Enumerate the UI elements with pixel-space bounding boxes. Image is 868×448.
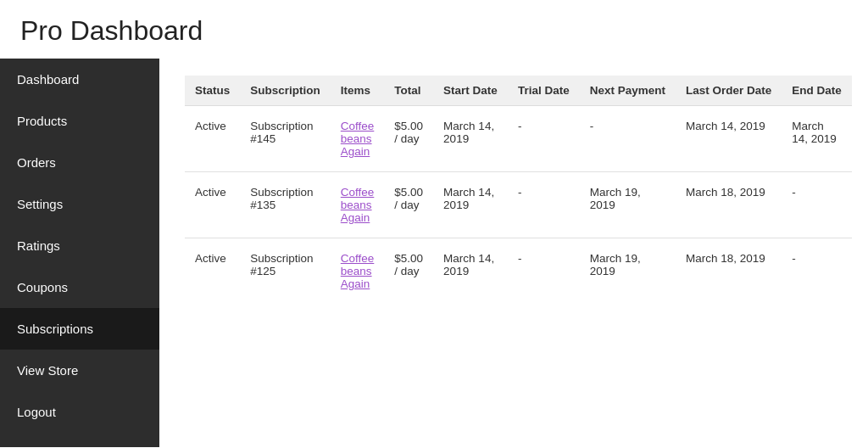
- cell-last_order_date: March 14, 2019: [676, 106, 782, 172]
- cell-trial_date: -: [508, 238, 580, 305]
- col-header-subscription: Subscription: [240, 76, 331, 106]
- main-content: StatusSubscriptionItemsTotalStart DateTr…: [159, 59, 868, 447]
- col-header-start_date: Start Date: [433, 76, 508, 106]
- cell-start_date: March 14, 2019: [433, 238, 508, 305]
- cell-end_date: -: [782, 172, 852, 238]
- sidebar: DashboardProductsOrdersSettingsRatingsCo…: [0, 59, 159, 447]
- col-header-end_date: End Date: [782, 76, 852, 106]
- table-row: ActiveSubscription #125Coffee beans Agai…: [185, 238, 852, 305]
- sidebar-item-settings[interactable]: Settings: [0, 183, 159, 225]
- cell-next_payment: -: [580, 106, 676, 172]
- cell-total: $5.00 / day: [384, 106, 433, 172]
- col-header-next_payment: Next Payment: [580, 76, 676, 106]
- cell-trial_date: -: [508, 106, 580, 172]
- sidebar-item-products[interactable]: Products: [0, 100, 159, 142]
- sidebar-item-subscriptions[interactable]: Subscriptions: [0, 308, 159, 350]
- layout: DashboardProductsOrdersSettingsRatingsCo…: [0, 59, 868, 447]
- cell-end_date: -: [782, 238, 852, 305]
- sidebar-item-ratings[interactable]: Ratings: [0, 225, 159, 266]
- page-title: Pro Dashboard: [0, 0, 868, 59]
- col-header-total: Total: [384, 76, 433, 106]
- header-row: StatusSubscriptionItemsTotalStart DateTr…: [185, 76, 852, 106]
- col-header-last_order_date: Last Order Date: [676, 76, 782, 106]
- cell-total: $5.00 / day: [384, 172, 433, 238]
- table-row: ActiveSubscription #135Coffee beans Agai…: [185, 172, 852, 238]
- cell-start_date: March 14, 2019: [433, 106, 508, 172]
- col-header-trial_date: Trial Date: [508, 76, 580, 106]
- cell-total: $5.00 / day: [384, 238, 433, 305]
- cell-subscription: Subscription #125: [240, 238, 331, 305]
- cell-subscription: Subscription #135: [240, 172, 331, 238]
- sidebar-item-dashboard[interactable]: Dashboard: [0, 59, 159, 100]
- cell-next_payment: March 19, 2019: [580, 238, 676, 305]
- cell-status: Active: [185, 238, 240, 305]
- cell-start_date: March 14, 2019: [433, 172, 508, 238]
- sidebar-item-logout[interactable]: Logout: [0, 391, 159, 433]
- col-header-status: Status: [185, 76, 240, 106]
- table-body: ActiveSubscription #145Coffee beans Agai…: [185, 106, 852, 305]
- cell-items: Coffee beans Again: [331, 172, 385, 238]
- item-link[interactable]: Coffee beans Again: [341, 252, 375, 290]
- sidebar-item-orders[interactable]: Orders: [0, 142, 159, 183]
- item-link[interactable]: Coffee beans Again: [341, 186, 375, 224]
- cell-trial_date: -: [508, 172, 580, 238]
- cell-items: Coffee beans Again: [331, 238, 385, 305]
- col-header-items: Items: [331, 76, 385, 106]
- cell-end_date: March 14, 2019: [782, 106, 852, 172]
- subscriptions-table: StatusSubscriptionItemsTotalStart DateTr…: [185, 76, 852, 304]
- item-link[interactable]: Coffee beans Again: [341, 120, 375, 158]
- cell-status: Active: [185, 106, 240, 172]
- cell-last_order_date: March 18, 2019: [676, 238, 782, 305]
- cell-items: Coffee beans Again: [331, 106, 385, 172]
- sidebar-item-coupons[interactable]: Coupons: [0, 266, 159, 308]
- cell-next_payment: March 19, 2019: [580, 172, 676, 238]
- cell-last_order_date: March 18, 2019: [676, 172, 782, 238]
- table-row: ActiveSubscription #145Coffee beans Agai…: [185, 106, 852, 172]
- sidebar-item-view-store[interactable]: View Store: [0, 350, 159, 391]
- cell-status: Active: [185, 172, 240, 238]
- table-header: StatusSubscriptionItemsTotalStart DateTr…: [185, 76, 852, 106]
- cell-subscription: Subscription #145: [240, 106, 331, 172]
